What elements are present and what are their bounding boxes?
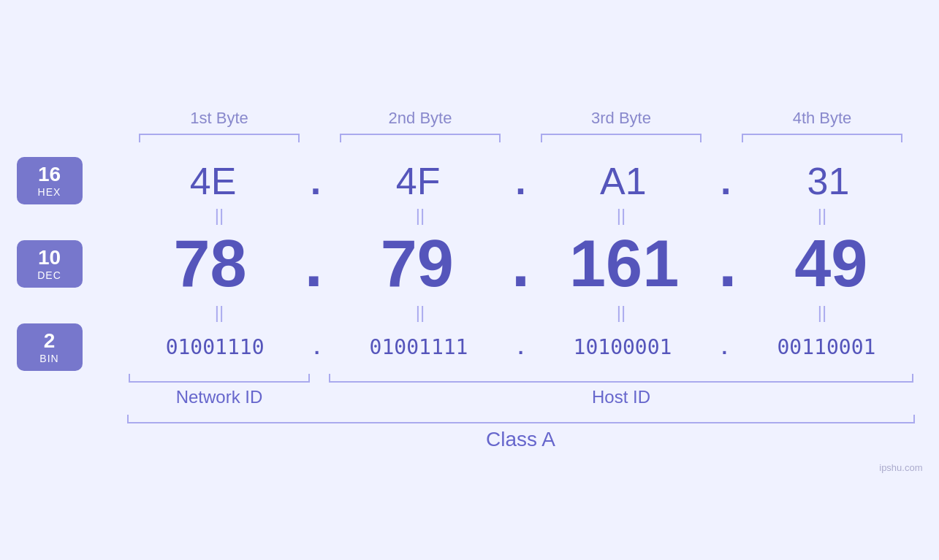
dot-dec-2: . <box>509 226 533 302</box>
dec-byte-1: 78 <box>119 226 302 302</box>
labels-row: Network ID Host ID <box>119 374 923 407</box>
dec-base-number: 10 <box>38 247 61 269</box>
byte-headers-row: 1st Byte 2nd Byte 3rd Byte 4th Byte <box>119 109 923 128</box>
main-container: 1st Byte 2nd Byte 3rd Byte 4th Byte 16 H… <box>17 109 923 451</box>
equals-2-4: || <box>722 302 923 323</box>
bin-base-number: 2 <box>44 330 56 353</box>
top-brackets-row <box>119 134 923 142</box>
hex-base-label: HEX <box>38 186 61 198</box>
dec-byte-4: 49 <box>740 226 922 302</box>
hex-byte-2: 4F <box>324 159 512 203</box>
watermark: ipshu.com <box>879 462 922 473</box>
equals-2-3: || <box>521 302 722 323</box>
host-id-section: Host ID <box>320 374 923 407</box>
dec-badge-col: 10 DEC <box>17 240 119 288</box>
bracket-top-3 <box>521 134 722 142</box>
hex-base-number: 16 <box>38 164 61 186</box>
bin-byte-4: 00110001 <box>730 335 922 359</box>
equals-1-2: || <box>320 205 521 226</box>
hex-badge-col: 16 HEX <box>17 157 119 204</box>
hex-byte-3: A1 <box>529 159 718 203</box>
equals-row-1: || || || || <box>119 204 923 226</box>
bin-values-row: 01001110 . 01001111 . 10100001 . 0011000… <box>119 335 923 359</box>
class-bracket <box>127 415 915 423</box>
hex-row: 16 HEX 4E . 4F . A1 . 31 <box>17 157 923 204</box>
dec-base-label: DEC <box>37 269 61 281</box>
dec-byte-3: 161 <box>533 226 715 302</box>
bracket-top-2 <box>320 134 521 142</box>
bin-byte-1: 01001110 <box>119 335 311 359</box>
host-id-bracket <box>329 374 913 383</box>
bracket-top-1 <box>119 134 320 142</box>
equals-1-1: || <box>119 205 320 226</box>
dot-bin-1: . <box>311 336 323 359</box>
byte-header-1: 1st Byte <box>119 109 320 128</box>
network-id-section: Network ID <box>119 374 320 407</box>
class-label: Class A <box>486 428 555 451</box>
dot-dec-3: . <box>715 226 740 302</box>
dot-bin-3: . <box>719 336 731 359</box>
bin-byte-2: 01001111 <box>322 335 514 359</box>
hex-byte-1: 4E <box>119 159 308 203</box>
dec-badge: 10 DEC <box>17 240 83 288</box>
class-row: Class A <box>119 415 923 451</box>
bin-row: 2 BIN 01001110 . 01001111 . 10100001 . 0… <box>17 323 923 371</box>
dot-hex-3: . <box>718 159 734 203</box>
byte-header-4: 4th Byte <box>722 109 923 128</box>
dot-dec-1: . <box>302 226 326 302</box>
dec-values-row: 78 . 79 . 161 . 49 <box>119 226 923 302</box>
hex-badge: 16 HEX <box>17 157 83 204</box>
hex-byte-4: 31 <box>734 159 922 203</box>
equals-1-4: || <box>722 205 923 226</box>
bin-byte-3: 10100001 <box>526 335 718 359</box>
bracket-top-4 <box>722 134 923 142</box>
network-id-label: Network ID <box>176 387 263 407</box>
equals-2-2: || <box>320 302 521 323</box>
bin-base-label: BIN <box>39 353 58 364</box>
byte-header-2: 2nd Byte <box>320 109 521 128</box>
dot-bin-2: . <box>515 336 527 359</box>
dec-byte-2: 79 <box>326 226 509 302</box>
byte-header-3: 3rd Byte <box>521 109 722 128</box>
equals-2-1: || <box>119 302 320 323</box>
hex-values-row: 4E . 4F . A1 . 31 <box>119 159 923 203</box>
equals-1-3: || <box>521 205 722 226</box>
dot-hex-1: . <box>308 159 324 203</box>
bin-badge-col: 2 BIN <box>17 323 119 371</box>
equals-row-2: || || || || <box>119 302 923 323</box>
dec-row: 10 DEC 78 . 79 . 161 . 49 <box>17 226 923 302</box>
dot-hex-2: . <box>512 159 528 203</box>
host-id-label: Host ID <box>592 387 650 407</box>
bin-badge: 2 BIN <box>17 323 83 371</box>
network-id-bracket <box>129 374 310 383</box>
